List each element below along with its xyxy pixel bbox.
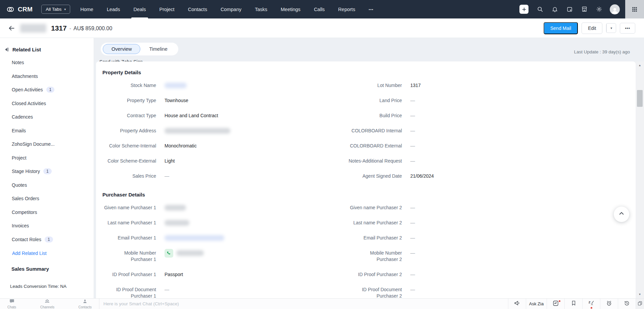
nav-item-home[interactable]: Home [74, 0, 100, 18]
bottom-chats-button[interactable]: Chats [7, 299, 16, 309]
sidebar-item-cadences[interactable]: Cadences [0, 110, 94, 124]
field: Notes-Additional Request— [348, 158, 636, 164]
gear-icon[interactable] [592, 6, 606, 12]
ask-zia-button[interactable]: Ask Zia [526, 299, 547, 309]
sidebar-item-label: Cadences [12, 114, 33, 120]
field-row: Color Scheme-ExternalLightNotes-Addition… [102, 153, 636, 169]
related-list-header: Related List [4, 47, 94, 52]
zoho-sign-dropdown-icon[interactable]: ▾ [606, 24, 616, 33]
user-avatar[interactable] [610, 4, 620, 14]
chat-bubble-icon [9, 299, 14, 305]
zia-insights-button[interactable] [547, 299, 564, 309]
tab-timeline[interactable]: Timeline [140, 44, 176, 54]
field: Sales Price— [102, 173, 348, 179]
field: Given name Purchaser 2— [348, 205, 636, 211]
field-label: ID Proof Document Purchaser 1 [102, 286, 156, 298]
nav-item-meetings[interactable]: Meetings [274, 0, 307, 18]
sidebar-item-closed-activities[interactable]: Closed Activities [0, 97, 94, 111]
phone-icon[interactable] [165, 249, 173, 258]
reminders-button[interactable] [600, 299, 618, 309]
field-label: Given name Purchaser 2 [348, 205, 402, 211]
field-value[interactable] [165, 250, 204, 258]
check-in-history-button[interactable] [618, 299, 636, 309]
nav-item-tasks[interactable]: Tasks [248, 0, 274, 18]
sidebar-item-invoices[interactable]: Invoices [0, 219, 94, 233]
top-nav: CRM All Tabs ▾ HomeLeadsDealsProjectCont… [0, 0, 644, 18]
nav-item-company[interactable]: Company [214, 0, 248, 18]
bell-icon[interactable] [547, 6, 562, 12]
field: Email Purchaser 1 [102, 235, 348, 241]
search-icon[interactable] [533, 6, 547, 12]
field-value: Passport [165, 271, 183, 278]
sidebar-item-quotes[interactable]: Quotes [0, 178, 94, 192]
nav-more-button[interactable]: ••• [362, 7, 380, 11]
field: ID Proof Purchaser 1Passport [102, 271, 348, 278]
smart-chat-input[interactable]: Here is your Smart Chat (Ctrl+Space) [99, 299, 508, 309]
copy-button[interactable] [636, 299, 644, 309]
field-value: 21/06/2024 [410, 173, 434, 179]
field-label: Agent Signed Date [348, 173, 402, 179]
sidebar-item-sales-orders[interactable]: Sales Orders [0, 192, 94, 206]
record-detail-card: Property DetailsStock NameLot Number1317… [96, 61, 636, 298]
bookmark-button[interactable] [564, 299, 582, 309]
field-value: 1317 [410, 82, 421, 89]
brand[interactable]: CRM [6, 5, 33, 14]
calendar-icon[interactable] [562, 6, 577, 12]
field-value: — [410, 143, 415, 149]
sidebar-item-attachments[interactable]: Attachments [0, 70, 94, 83]
bottom-item-label: Contacts [79, 305, 92, 309]
nav-item-deals[interactable]: Deals [127, 0, 152, 18]
nav-item-leads[interactable]: Leads [100, 0, 127, 18]
field-value: — [410, 220, 415, 226]
bottom-channels-button[interactable]: Channels [40, 299, 54, 309]
related-list-sidebar: Related List NotesAttachmentsOpen Activi… [0, 38, 94, 298]
sidebar-item-project[interactable]: Project [0, 151, 94, 165]
sidebar-item-competitors[interactable]: Competitors [0, 206, 94, 219]
sidebar-item-notes[interactable]: Notes [0, 56, 94, 70]
deal-amount: AU$ 859,000.00 [74, 26, 112, 32]
scrollbar-up-icon[interactable]: ▲ [636, 64, 644, 67]
sidebar-item-label: Sales Orders [12, 196, 39, 201]
quick-create-icon[interactable] [519, 5, 528, 14]
scrollbar-down-icon[interactable]: ▼ [636, 293, 644, 296]
sidebar-item-open-activities[interactable]: Open Activities1 [0, 83, 94, 97]
edit-button[interactable]: Edit [582, 23, 602, 34]
field-row: Stock NameLot Number1317 [102, 78, 636, 93]
nav-item-project[interactable]: Project [153, 0, 181, 18]
add-related-list-link[interactable]: Add Related List [0, 246, 94, 260]
field-label: Stock Name [102, 82, 156, 89]
back-arrow-icon[interactable] [8, 25, 15, 32]
tab-overview[interactable]: Overview [103, 44, 140, 54]
svg-text:Z: Z [588, 300, 590, 304]
sidebar-item-zohosign-docume-[interactable]: ZohoSign Docume... [0, 137, 94, 151]
bottom-contacts-button[interactable]: Contacts [79, 299, 92, 309]
nav-item-reports[interactable]: Reports [331, 0, 362, 18]
sidebar-item-stage-history[interactable]: Stage History1 [0, 165, 94, 178]
nav-item-calls[interactable]: Calls [307, 0, 331, 18]
collapse-panel-icon[interactable] [4, 47, 9, 52]
scrollbar-thumb[interactable] [637, 90, 643, 107]
field-label: Land Price [348, 97, 402, 104]
app-launcher-icon[interactable] [625, 0, 644, 18]
field-label: COLORBOARD Internal [348, 128, 402, 134]
field: Stock Name [102, 82, 348, 89]
vertical-scrollbar[interactable]: ▲ ▼ [636, 61, 644, 298]
translate-button[interactable]: ZA [582, 299, 600, 309]
bookmark-icon [571, 300, 577, 307]
field-row: Property TypeTownhouseLand Price— [102, 93, 636, 108]
zia-insights-icon [553, 300, 559, 308]
all-tabs-label: All Tabs [46, 7, 61, 12]
field: Last name Purchaser 1 [102, 220, 348, 226]
all-tabs-dropdown[interactable]: All Tabs ▾ [41, 5, 70, 14]
more-actions-button[interactable]: ••• [620, 23, 635, 34]
announcements-button[interactable] [508, 299, 526, 309]
nav-item-contacts[interactable]: Contacts [181, 0, 214, 18]
send-mail-button[interactable]: Send Mail [544, 22, 578, 34]
field-label: Contract Type [102, 113, 156, 119]
scroll-to-top-button[interactable] [614, 207, 629, 222]
sidebar-item-contact-roles[interactable]: Contact Roles1 [0, 233, 94, 247]
sidebar-item-emails[interactable]: Emails [0, 124, 94, 138]
last-update-text: Last Update : 39 day(s) ago [574, 49, 630, 54]
marketplace-icon[interactable] [577, 6, 592, 12]
nav-right-icons [519, 0, 644, 18]
